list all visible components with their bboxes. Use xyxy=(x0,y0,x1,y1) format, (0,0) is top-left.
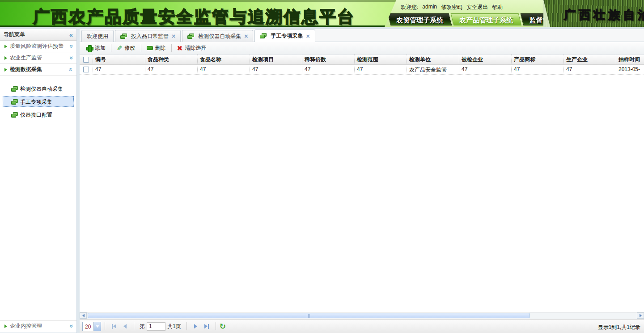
grid-viewport: 编号 食品种类 食品名称 检测项目 稀释倍数 检测范围 检测单位 被检企业 产品… xyxy=(80,55,644,75)
table-cell: 47 xyxy=(198,65,250,74)
prev-page-button[interactable] xyxy=(119,322,130,331)
wheat-banner-image: 广西壮族自治区 xyxy=(543,0,644,27)
close-icon[interactable]: × xyxy=(244,33,248,39)
table-cell: 47 xyxy=(355,65,407,74)
add-plus-icon xyxy=(86,45,93,51)
column-header[interactable]: 稀释倍数 xyxy=(302,55,355,64)
column-header[interactable]: 食品名称 xyxy=(198,55,250,64)
grid-toolbar: 添加 ✎ 修改 删除 ✖ 清除选择 xyxy=(80,42,644,55)
row-checkbox[interactable] xyxy=(83,67,89,72)
system-tab-agri-products[interactable]: 农产品管理子系统 xyxy=(451,13,522,25)
close-icon[interactable]: × xyxy=(172,33,175,39)
tab-welcome[interactable]: 欢迎使用 xyxy=(81,30,114,42)
total-pages-label: 共1页 xyxy=(167,323,181,330)
first-page-button[interactable] xyxy=(109,322,119,331)
sidebar-item-manual-collection[interactable]: 手工专项采集 xyxy=(3,96,74,107)
sidebar-bottom: 企业内控管理 « xyxy=(0,320,76,332)
column-header[interactable]: 食品种类 xyxy=(145,55,198,64)
logout-link[interactable]: 安全退出 xyxy=(466,4,488,11)
column-header[interactable]: 检测项目 xyxy=(250,55,302,64)
tab-manual-collection[interactable]: 手工专项采集 × xyxy=(254,30,315,42)
chevron-down-icon: « xyxy=(66,56,77,60)
tab-auto-collection[interactable]: 检测仪器自动采集 × xyxy=(182,30,253,42)
clear-selection-button[interactable]: ✖ 清除选择 xyxy=(173,43,211,53)
last-page-icon xyxy=(204,324,208,329)
chevron-down-icon: « xyxy=(66,325,77,328)
header-checkbox-cell xyxy=(80,55,93,64)
app-header: 广西农产品质量安全监管与追溯信息平台 欢迎您: admin 修改密码 安全退出 … xyxy=(0,0,644,27)
region-banner-text: 广西壮族自治区 xyxy=(564,7,644,23)
tab-input-daily-supervision[interactable]: 投入品日常监管 × xyxy=(115,30,181,42)
system-tab-agri-materials[interactable]: 农资管理子系统 xyxy=(388,13,452,25)
horizontal-scrollbar[interactable] xyxy=(80,312,644,319)
help-link[interactable]: 帮助 xyxy=(492,4,503,11)
toolbar-separator xyxy=(171,44,172,52)
red-x-icon: ✖ xyxy=(177,44,183,52)
page-size-select[interactable]: 20 xyxy=(82,322,101,331)
layers-icon xyxy=(260,33,267,39)
layers-icon xyxy=(11,86,18,92)
header-right-panel: 欢迎您: admin 修改密码 安全退出 帮助 农资管理子系统 农产品管理子系统… xyxy=(385,0,544,27)
username: admin xyxy=(422,4,437,11)
scroll-right-button[interactable] xyxy=(637,312,644,319)
toolbar-separator xyxy=(111,44,111,52)
delete-button[interactable]: 删除 xyxy=(143,43,170,53)
triangle-icon xyxy=(4,45,7,48)
column-header[interactable]: 被检企业 xyxy=(459,55,512,64)
sidebar: 导航菜单 « 质量风险监测评估预警 « 农业生产监管 « 检测数据采集 « 检测… xyxy=(0,29,77,333)
edit-button[interactable]: ✎ 修改 xyxy=(113,43,140,53)
scrollbar-thumb[interactable] xyxy=(88,313,530,318)
column-header[interactable]: 检测单位 xyxy=(407,55,459,64)
select-all-checkbox[interactable] xyxy=(83,57,89,63)
table-row[interactable]: 47 47 47 47 47 47 农产品安全监管 47 47 47 2013-… xyxy=(80,65,644,75)
chevron-down-icon[interactable] xyxy=(93,322,101,331)
table-cell: 农产品安全监管 xyxy=(407,65,459,74)
sidebar-collapse-icon[interactable]: « xyxy=(69,29,73,40)
close-icon[interactable]: × xyxy=(306,33,309,39)
layers-icon xyxy=(11,112,18,118)
triangle-icon xyxy=(4,325,7,328)
last-page-button[interactable] xyxy=(201,322,212,331)
sidebar-group-internal-control[interactable]: 企业内控管理 « xyxy=(0,320,76,332)
refresh-icon[interactable]: ↻ xyxy=(220,323,226,330)
table-cell: 47 xyxy=(250,65,302,74)
content-tabbar: 欢迎使用 投入品日常监管 × 检测仪器自动采集 × 手工专项采集 × xyxy=(80,29,644,42)
page-number-input[interactable] xyxy=(147,322,165,331)
right-arrow-icon xyxy=(640,314,642,317)
table-cell: 47 xyxy=(564,65,616,74)
column-header[interactable]: 产品商标 xyxy=(512,55,564,64)
welcome-prefix: 欢迎您: xyxy=(401,4,418,11)
column-header[interactable]: 生产企业 xyxy=(564,55,616,64)
triangle-icon xyxy=(4,68,7,72)
table-cell: 47 xyxy=(93,65,145,74)
column-header[interactable]: 编号 xyxy=(93,55,145,64)
sidebar-group-production-supervision[interactable]: 农业生产监管 « xyxy=(0,52,76,64)
app-title: 广西农产品质量安全监管与追溯信息平台 xyxy=(33,6,355,27)
pager-separator xyxy=(186,322,187,330)
pagination-bar: 20 第 共1页 ↻ 显示1到1,共1记录 xyxy=(80,319,644,333)
triangle-icon xyxy=(4,56,7,60)
sidebar-submenu: 检测仪器自动采集 手工专项采集 仪器接口配置 xyxy=(0,76,76,120)
table-cell: 2013-05- xyxy=(616,65,644,74)
column-header[interactable]: 检测范围 xyxy=(355,55,407,64)
scroll-left-button[interactable] xyxy=(80,312,87,319)
page-size-value: 20 xyxy=(83,322,93,331)
table-cell: 47 xyxy=(145,65,198,74)
row-checkbox-cell xyxy=(80,65,93,74)
table-cell: 47 xyxy=(512,65,564,74)
next-page-button[interactable] xyxy=(191,322,201,331)
add-button[interactable]: 添加 xyxy=(82,43,110,53)
sidebar-item-auto-collection[interactable]: 检测仪器自动采集 xyxy=(3,83,74,94)
next-page-icon xyxy=(194,324,197,329)
pager-separator xyxy=(134,322,134,330)
sidebar-group-detection-data[interactable]: 检测数据采集 « xyxy=(0,64,76,76)
left-arrow-icon xyxy=(82,314,85,317)
page-prefix-label: 第 xyxy=(140,323,145,330)
chevron-up-icon: « xyxy=(66,68,77,72)
sidebar-group-risk-monitoring[interactable]: 质量风险监测评估预警 « xyxy=(0,41,76,52)
main-panel: 欢迎使用 投入品日常监管 × 检测仪器自动采集 × 手工专项采集 × 添加 ✎ … xyxy=(80,29,644,333)
change-password-link[interactable]: 修改密码 xyxy=(441,4,462,11)
record-count-status: 显示1到1,共1记录 xyxy=(598,324,640,331)
sidebar-item-interface-config[interactable]: 仪器接口配置 xyxy=(3,109,74,120)
column-header[interactable]: 抽样时间 xyxy=(616,55,644,64)
